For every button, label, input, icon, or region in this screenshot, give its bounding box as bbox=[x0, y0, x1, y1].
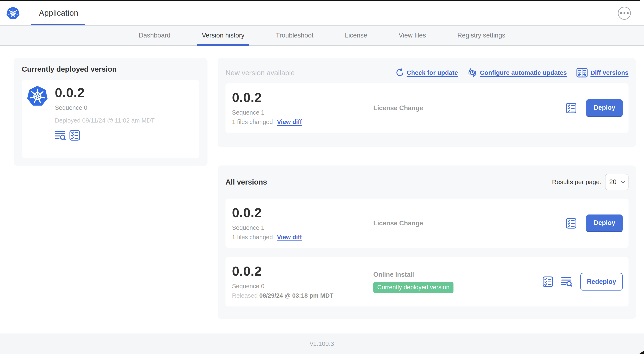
cursor-artifact bbox=[639, 351, 644, 354]
redeploy-button[interactable]: Redeploy bbox=[580, 273, 623, 290]
chevron-down-icon bbox=[621, 181, 625, 183]
view-diff-link[interactable]: View diff bbox=[277, 119, 302, 126]
new-version-title: New version available bbox=[226, 69, 295, 77]
deployed-sequence: Sequence 0 bbox=[55, 104, 155, 111]
released-timestamp: Released08/29/24 @ 03:18 pm MDT bbox=[232, 292, 373, 299]
nav-tab-bar: Dashboard Version history Troubleshoot L… bbox=[0, 25, 644, 46]
version-row: 0.0.2 Sequence 1 1 files changed View di… bbox=[226, 199, 628, 248]
results-per-page-label: Results per page: bbox=[552, 178, 601, 186]
results-per-page-select[interactable]: 20 bbox=[605, 174, 628, 190]
currently-deployed-card: Currently deployed version 0.0.2 Sequenc… bbox=[14, 58, 208, 166]
tab-version-history[interactable]: Version history bbox=[197, 26, 249, 45]
checklist-icon bbox=[542, 276, 553, 287]
deploy-button[interactable]: Deploy bbox=[586, 99, 623, 117]
preflight-checks-button[interactable] bbox=[542, 276, 553, 287]
new-version-row: 0.0.2 Sequence 1 1 files changed View di… bbox=[226, 83, 628, 133]
diff-icon bbox=[576, 68, 588, 78]
tab-view-files[interactable]: View files bbox=[394, 26, 431, 45]
checklist-icon bbox=[69, 130, 80, 141]
all-versions-card: All versions Results per page: 20 0.0.2 … bbox=[218, 165, 636, 319]
app-title-tab[interactable]: Application bbox=[39, 9, 78, 18]
auto-update-clock-icon bbox=[468, 68, 477, 78]
refresh-icon bbox=[396, 69, 404, 77]
version-source-label: Online Install bbox=[373, 271, 542, 278]
deployed-timestamp: Deployed 09/11/24 @ 11:02 am MDT bbox=[55, 117, 155, 124]
all-versions-title: All versions bbox=[226, 178, 267, 186]
check-for-update-link[interactable]: Check for update bbox=[396, 69, 458, 77]
kubernetes-logo-icon bbox=[6, 6, 20, 20]
checklist-icon bbox=[566, 103, 576, 114]
version-source-label: License Change bbox=[373, 219, 566, 227]
configure-automatic-updates-link[interactable]: Configure automatic updates bbox=[468, 68, 567, 78]
tab-registry-settings[interactable]: Registry settings bbox=[452, 26, 510, 45]
diff-versions-link[interactable]: Diff versions bbox=[576, 68, 628, 78]
app-header: Application bbox=[0, 1, 644, 25]
preflight-checks-button[interactable] bbox=[566, 218, 576, 229]
view-diff-link[interactable]: View diff bbox=[277, 234, 302, 241]
view-logs-button[interactable] bbox=[561, 277, 572, 287]
version-number: 0.0.2 bbox=[232, 206, 373, 219]
ellipsis-icon bbox=[620, 12, 622, 14]
logs-icon bbox=[561, 277, 572, 287]
currently-deployed-badge: Currently deployed version bbox=[373, 282, 454, 293]
version-source-label: License Change bbox=[373, 104, 566, 112]
logs-icon bbox=[55, 130, 66, 140]
main-content: Currently deployed version 0.0.2 Sequenc… bbox=[0, 46, 644, 319]
tab-license[interactable]: License bbox=[340, 26, 372, 45]
preflight-checks-button[interactable] bbox=[69, 130, 80, 141]
files-changed-label: 1 files changed bbox=[232, 119, 273, 126]
currently-deployed-title: Currently deployed version bbox=[22, 65, 199, 73]
version-number: 0.0.2 bbox=[232, 264, 373, 278]
version-sequence: Sequence 1 bbox=[232, 109, 373, 116]
files-changed-label: 1 files changed bbox=[232, 234, 273, 241]
kubernetes-logo-icon bbox=[27, 86, 48, 107]
tab-dashboard[interactable]: Dashboard bbox=[134, 26, 176, 45]
preflight-checks-button[interactable] bbox=[566, 103, 576, 114]
version-number: 0.0.2 bbox=[232, 91, 373, 104]
checklist-icon bbox=[566, 218, 576, 229]
new-version-card: New version available Check for update C… bbox=[218, 58, 636, 147]
admin-console-version: v1.109.3 bbox=[310, 340, 334, 347]
version-sequence: Sequence 1 bbox=[232, 224, 373, 231]
currently-deployed-version-card: 0.0.2 Sequence 0 Deployed 09/11/24 @ 11:… bbox=[22, 80, 199, 158]
app-tab-underline bbox=[31, 24, 85, 25]
more-options-button[interactable] bbox=[618, 7, 631, 20]
app-footer: v1.109.3 bbox=[0, 333, 644, 354]
version-row: 0.0.2 Sequence 0 Released08/29/24 @ 03:1… bbox=[226, 257, 628, 306]
tab-troubleshoot[interactable]: Troubleshoot bbox=[271, 26, 318, 45]
deployed-version-number: 0.0.2 bbox=[55, 86, 155, 99]
view-logs-button[interactable] bbox=[55, 130, 66, 140]
deploy-button[interactable]: Deploy bbox=[586, 214, 623, 232]
version-sequence: Sequence 0 bbox=[232, 283, 373, 290]
